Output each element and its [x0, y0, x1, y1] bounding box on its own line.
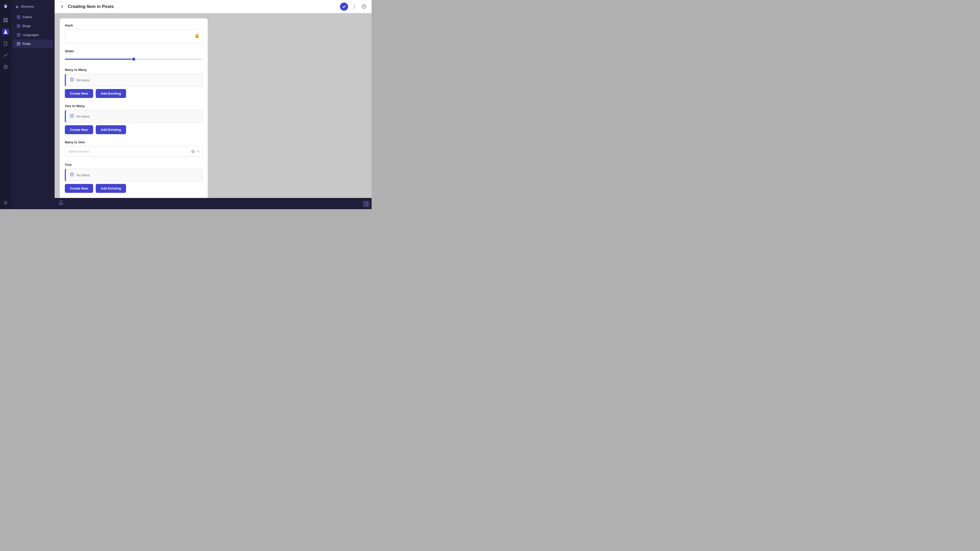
main-area: Creating Item in Posts	[55, 0, 372, 209]
info-button[interactable]	[360, 3, 368, 10]
back-button[interactable]	[59, 3, 66, 10]
svg-point-7	[5, 202, 6, 203]
many-to-many-create-new-button[interactable]: Create New	[65, 89, 93, 98]
many-to-many-actions: Create New Add Existing	[65, 89, 203, 98]
sidebar-item-posts[interactable]: Posts	[13, 40, 53, 48]
svg-point-26	[354, 6, 355, 7]
tree-label: Tree	[65, 163, 203, 167]
one-to-many-no-items: No items	[65, 110, 203, 123]
strip-icon-analytics[interactable]	[2, 52, 9, 59]
svg-point-6	[5, 68, 6, 68]
more-options-button[interactable]	[351, 3, 358, 10]
form-content: Hash Slider	[55, 13, 372, 198]
header-actions	[340, 3, 368, 11]
notification-bell[interactable]	[59, 200, 63, 207]
svg-point-32	[197, 36, 197, 37]
page-header: Creating Item in Posts	[55, 0, 372, 13]
svg-point-35	[72, 79, 72, 79]
svg-point-44	[72, 173, 72, 174]
sidebar-item-posts-label: Posts	[22, 42, 31, 46]
svg-point-27	[354, 8, 355, 8]
one-to-many-info-icon	[70, 114, 74, 119]
slider-input[interactable]	[65, 59, 203, 60]
slider-wrapper	[65, 55, 203, 62]
tree-no-items-text: No items	[76, 173, 89, 177]
slider-field-section: Slider	[65, 49, 203, 62]
strip-icon-settings[interactable]	[2, 200, 9, 206]
many-to-one-section: Many to One Select an item...	[65, 140, 203, 157]
strip-icon-content[interactable]	[2, 17, 9, 24]
tree-section: Tree No items Create New Add Existing	[65, 163, 203, 193]
many-to-one-select[interactable]: Select an item...	[65, 146, 203, 157]
strip-icon-help[interactable]	[2, 64, 9, 70]
app-name: Directus	[21, 5, 34, 8]
svg-point-25	[354, 5, 355, 6]
tree-info-icon	[70, 172, 74, 178]
one-to-many-no-items-text: No items	[76, 114, 89, 118]
many-to-one-placeholder: Select an item...	[65, 146, 202, 156]
hash-input-wrapper	[65, 29, 203, 43]
svg-rect-0	[3, 18, 5, 20]
icon-strip	[0, 0, 11, 209]
many-to-many-label: Many to Many	[65, 68, 203, 72]
strip-icon-files[interactable]	[2, 40, 9, 47]
sidebar-item-author[interactable]: Author	[13, 13, 53, 21]
svg-point-4	[5, 30, 6, 32]
sidebar-item-languages-label: Languages	[22, 33, 39, 37]
many-to-many-info-icon	[70, 78, 74, 83]
one-to-many-label: One to Many	[65, 104, 203, 108]
page-title: Creating Item in Posts	[68, 4, 340, 9]
many-to-one-icons	[191, 150, 200, 153]
save-button[interactable]	[340, 3, 348, 11]
svg-point-30	[364, 5, 364, 6]
svg-marker-8	[16, 5, 19, 8]
lock-icon	[195, 33, 199, 40]
left-nav: Directus Author Blogs Languages	[11, 0, 55, 209]
form-card: Hash Slider	[60, 18, 208, 198]
sidebar-item-author-label: Author	[22, 15, 32, 19]
panel-toggle-button[interactable]	[363, 200, 370, 208]
many-to-many-section: Many to Many No items Create New Add Exi…	[65, 68, 203, 98]
app-logo[interactable]	[2, 3, 9, 10]
svg-point-38	[72, 115, 72, 115]
many-to-many-no-items-text: No items	[76, 78, 89, 82]
slider-label: Slider	[65, 49, 203, 53]
tree-add-existing-button[interactable]: Add Existing	[96, 184, 126, 193]
tree-no-items: No items	[65, 168, 203, 181]
tree-create-new-button[interactable]: Create New	[65, 184, 93, 193]
svg-rect-1	[6, 18, 8, 20]
hash-field-section: Hash	[65, 24, 203, 43]
many-to-many-no-items: No items	[65, 74, 203, 86]
one-to-many-section: One to Many No items Create New Add Exis…	[65, 104, 203, 134]
sidebar-item-blogs[interactable]: Blogs	[13, 22, 53, 30]
sidebar-item-languages[interactable]: Languages	[13, 30, 53, 39]
tree-actions: Create New Add Existing	[65, 184, 203, 193]
svg-rect-2	[3, 21, 5, 22]
one-to-many-create-new-button[interactable]: Create New	[65, 125, 93, 134]
one-to-many-add-existing-button[interactable]: Add Existing	[96, 125, 126, 134]
hash-label: Hash	[65, 24, 203, 27]
sidebar-item-blogs-label: Blogs	[22, 24, 31, 28]
strip-icon-users[interactable]	[2, 29, 9, 35]
hash-input[interactable]	[65, 30, 202, 43]
svg-rect-46	[364, 202, 368, 206]
bottom-bar	[55, 198, 372, 209]
svg-rect-3	[6, 21, 8, 22]
one-to-many-actions: Create New Add Existing	[65, 125, 203, 134]
many-to-many-add-existing-button[interactable]: Add Existing	[96, 89, 126, 98]
many-to-one-label: Many to One	[65, 140, 203, 144]
